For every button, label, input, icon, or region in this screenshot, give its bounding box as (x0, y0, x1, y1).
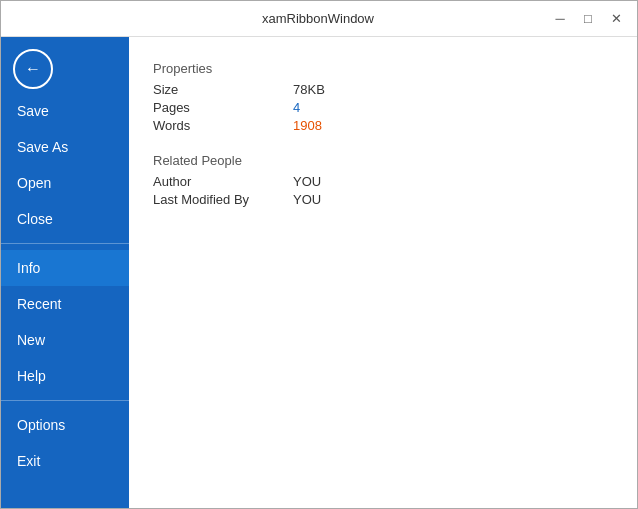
sidebar-item-new[interactable]: New (1, 322, 129, 358)
sidebar-item-save[interactable]: Save (1, 93, 129, 129)
sidebar-item-open[interactable]: Open (1, 165, 129, 201)
sidebar-item-recent[interactable]: Recent (1, 286, 129, 322)
sidebar-item-save-as[interactable]: Save As (1, 129, 129, 165)
app-window: xamRibbonWindow ─ □ ✕ ← Save Save As Ope… (0, 0, 638, 509)
property-size-value: 78KB (293, 82, 325, 97)
sidebar-item-close[interactable]: Close (1, 201, 129, 237)
property-pages-label: Pages (153, 100, 293, 115)
property-author-label: Author (153, 174, 293, 189)
window-controls: ─ □ ✕ (547, 9, 629, 29)
sidebar: ← Save Save As Open Close Info Recent (1, 37, 129, 508)
property-last-modified-label: Last Modified By (153, 192, 293, 207)
minimize-button[interactable]: ─ (547, 9, 573, 29)
maximize-button[interactable]: □ (575, 9, 601, 29)
main-content: Properties Size 78KB Pages 4 Words 1908 … (129, 37, 637, 508)
window-title: xamRibbonWindow (89, 11, 547, 26)
related-people-section: Related People Author YOU Last Modified … (153, 153, 613, 207)
back-arrow-icon: ← (25, 60, 41, 78)
property-author-value: YOU (293, 174, 321, 189)
sidebar-item-exit[interactable]: Exit (1, 443, 129, 479)
property-words: Words 1908 (153, 118, 613, 133)
sidebar-item-info[interactable]: Info (1, 250, 129, 286)
sidebar-item-help[interactable]: Help (1, 358, 129, 394)
property-size: Size 78KB (153, 82, 613, 97)
property-words-label: Words (153, 118, 293, 133)
property-last-modified-value: YOU (293, 192, 321, 207)
back-button[interactable]: ← (13, 49, 53, 89)
divider-2 (1, 400, 129, 401)
properties-section: Properties Size 78KB Pages 4 Words 1908 (153, 61, 613, 133)
property-size-label: Size (153, 82, 293, 97)
properties-title: Properties (153, 61, 613, 76)
sidebar-item-options[interactable]: Options (1, 407, 129, 443)
close-button[interactable]: ✕ (603, 9, 629, 29)
property-last-modified: Last Modified By YOU (153, 192, 613, 207)
property-pages: Pages 4 (153, 100, 613, 115)
property-words-value: 1908 (293, 118, 322, 133)
content-area: ← Save Save As Open Close Info Recent (1, 37, 637, 508)
property-pages-value: 4 (293, 100, 300, 115)
divider-1 (1, 243, 129, 244)
related-people-title: Related People (153, 153, 613, 168)
property-author: Author YOU (153, 174, 613, 189)
title-bar: xamRibbonWindow ─ □ ✕ (1, 1, 637, 37)
